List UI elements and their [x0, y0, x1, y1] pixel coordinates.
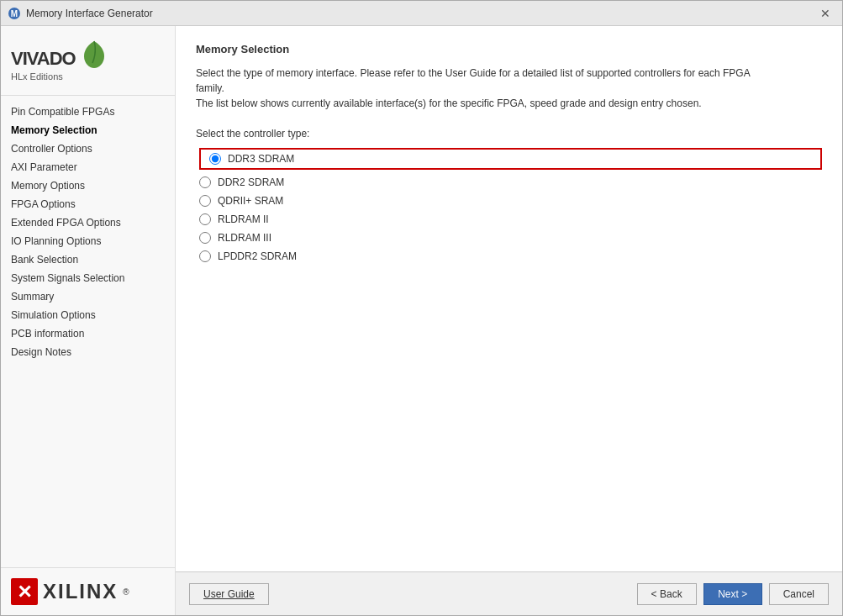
sidebar-item-summary[interactable]: Summary [1, 287, 175, 306]
title-bar-left: M Memory Interface Generator [8, 7, 153, 20]
sidebar-item-fpga-options[interactable]: FPGA Options [1, 195, 175, 213]
footer-left: User Guide [189, 583, 269, 605]
app-icon: M [8, 7, 21, 20]
radio-label-rldram2: RLDRAM II [218, 213, 269, 225]
radio-item-lpddr2[interactable]: LPDDR2 SDRAM [199, 250, 822, 262]
sidebar-item-simulation-options[interactable]: Simulation Options [1, 306, 175, 324]
radio-item-ddr3[interactable]: DDR3 SDRAM [199, 148, 822, 170]
sidebar-nav: Pin Compatible FPGAsMemory SelectionCont… [1, 96, 175, 567]
radio-label-ddr2: DDR2 SDRAM [218, 176, 284, 188]
footer-right: < Back Next > Cancel [637, 583, 829, 605]
svg-text:M: M [11, 9, 18, 18]
main-content: Memory Selection Select the type of memo… [176, 26, 842, 615]
radio-lpddr2[interactable] [199, 250, 211, 262]
page-description: Select the type of memory interface. Ple… [196, 66, 767, 111]
hlx-text: HLx Editions [11, 71, 165, 82]
close-button[interactable]: ✕ [815, 5, 835, 22]
xilinx-logo: ✕ XILINX ® [11, 578, 165, 605]
controller-label: Select the controller type: [196, 128, 822, 140]
radio-label-rldram3: RLDRAM III [218, 232, 271, 244]
xilinx-logo-area: ✕ XILINX ® [1, 567, 175, 615]
sidebar-item-pin-compatible[interactable]: Pin Compatible FPGAs [1, 103, 175, 121]
page-title: Memory Selection [196, 43, 822, 55]
vivado-logo: VIVADO [11, 39, 165, 70]
description-line2: The list below shows currently available… [196, 97, 702, 109]
sidebar-item-pcb-information[interactable]: PCB information [1, 324, 175, 343]
app-window: M Memory Interface Generator ✕ VIVADO HL… [0, 0, 843, 616]
xilinx-x-icon: ✕ [11, 578, 38, 605]
footer: User Guide < Back Next > Cancel [176, 571, 842, 615]
sidebar-logo: VIVADO HLx Editions [1, 26, 175, 96]
content-area: VIVADO HLx Editions Pin Compatible FPGAs… [1, 26, 842, 615]
radio-qdrii-sram[interactable] [199, 195, 211, 207]
vivado-leaf-icon [79, 39, 109, 70]
sidebar: VIVADO HLx Editions Pin Compatible FPGAs… [1, 26, 176, 615]
xilinx-registered: ® [123, 587, 129, 597]
next-button[interactable]: Next > [703, 583, 762, 605]
back-button[interactable]: < Back [637, 583, 697, 605]
sidebar-item-memory-selection[interactable]: Memory Selection [1, 121, 175, 140]
description-line1: Select the type of memory interface. Ple… [196, 67, 750, 94]
sidebar-item-extended-fpga-options[interactable]: Extended FPGA Options [1, 213, 175, 232]
radio-item-ddr2[interactable]: DDR2 SDRAM [199, 176, 822, 188]
sidebar-item-system-signals-selection[interactable]: System Signals Selection [1, 269, 175, 287]
sidebar-item-bank-selection[interactable]: Bank Selection [1, 250, 175, 269]
radio-group: DDR3 SDRAMDDR2 SDRAMQDRII+ SRAMRLDRAM II… [199, 148, 822, 262]
vivado-text: VIVADO [11, 48, 76, 70]
sidebar-item-io-planning-options[interactable]: IO Planning Options [1, 232, 175, 250]
window-title: Memory Interface Generator [26, 8, 153, 19]
radio-item-rldram3[interactable]: RLDRAM III [199, 232, 822, 244]
page-content-area: Memory Selection Select the type of memo… [176, 26, 842, 571]
svg-text:✕: ✕ [17, 582, 32, 603]
radio-label-qdrii-sram: QDRII+ SRAM [218, 195, 283, 207]
radio-item-rldram2[interactable]: RLDRAM II [199, 213, 822, 225]
cancel-button[interactable]: Cancel [769, 583, 829, 605]
title-bar: M Memory Interface Generator ✕ [1, 1, 842, 26]
sidebar-item-axi-parameter[interactable]: AXI Parameter [1, 158, 175, 176]
radio-label-ddr3: DDR3 SDRAM [228, 153, 294, 165]
radio-rldram2[interactable] [199, 213, 211, 225]
radio-ddr3[interactable] [209, 153, 221, 165]
sidebar-item-memory-options[interactable]: Memory Options [1, 176, 175, 195]
radio-rldram3[interactable] [199, 232, 211, 244]
sidebar-item-design-notes[interactable]: Design Notes [1, 343, 175, 361]
radio-item-qdrii-sram[interactable]: QDRII+ SRAM [199, 195, 822, 207]
sidebar-item-controller-options[interactable]: Controller Options [1, 140, 175, 158]
xilinx-text: XILINX [43, 580, 118, 603]
user-guide-button[interactable]: User Guide [189, 583, 269, 605]
radio-label-lpddr2: LPDDR2 SDRAM [218, 250, 297, 262]
radio-ddr2[interactable] [199, 176, 211, 188]
